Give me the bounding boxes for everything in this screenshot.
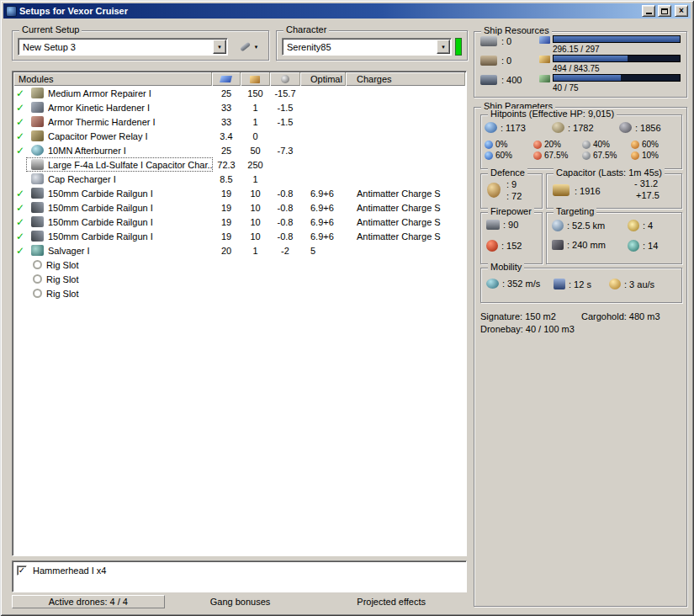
module-row[interactable]: ✓150mm Carbide Railgun I1910-0.86.9+6Ant… — [13, 215, 465, 229]
armor-hp: : 1782 — [552, 122, 594, 133]
character-status-bar — [455, 38, 462, 56]
thermal-damage-icon — [533, 151, 542, 160]
powergrid-resource: 494 / 843.75 — [539, 55, 682, 73]
module-pg: 250 — [241, 160, 270, 170]
modules-header-cpu[interactable] — [212, 72, 241, 86]
module-row[interactable]: Cap Recharger I8.51 — [13, 172, 465, 186]
module-name: Rig Slot — [46, 289, 79, 299]
module-cpu: 33 — [212, 103, 241, 113]
firepower-group: Firepower : 90 : 152 — [480, 212, 543, 264]
close-button[interactable]: × — [675, 5, 688, 17]
character-combo-value: Serenity85 — [283, 42, 437, 52]
module-row[interactable]: ✓Salvager I201-25 — [13, 243, 465, 258]
modules-header-charges[interactable]: Charges — [346, 72, 465, 86]
module-active-check: ✓ — [13, 131, 27, 141]
cpu-bar — [553, 35, 681, 43]
drone-bandwidth-bar-text: 40 / 75 — [553, 83, 579, 93]
align-stat: : 12 s — [554, 279, 591, 289]
module-row[interactable]: ✓150mm Carbide Railgun I1910-0.86.9+6Ant… — [13, 229, 465, 243]
mobility-label: Mobility — [488, 262, 524, 272]
module-row[interactable]: ✓Armor Kinetic Hardener I331-1.5 — [13, 100, 465, 114]
minimize-button[interactable] — [642, 5, 655, 17]
module-name: Armor Kinetic Hardener I — [48, 103, 150, 113]
explosive-damage-icon — [631, 151, 639, 160]
dronebay-text: Dronebay: 40 / 100 m3 — [480, 324, 575, 334]
calibration-icon — [480, 75, 497, 85]
setup-combo-arrow[interactable]: ▼ — [213, 40, 226, 54]
modules-header-name[interactable]: Modules — [13, 72, 212, 86]
module-cpu: 20 — [212, 246, 241, 256]
module-name: Rig Slot — [46, 260, 79, 270]
structure-hp-value: : 1856 — [635, 123, 661, 133]
titlebar[interactable]: Setups for Vexor Cruiser × — [3, 3, 691, 19]
targeting-range-stat: : 52.5 km — [552, 220, 605, 231]
modules-header-powergrid[interactable] — [241, 72, 270, 86]
launcher-hardpoint-icon — [480, 56, 497, 66]
rig-slot-row[interactable]: Rig Slot — [13, 258, 465, 272]
maximize-button[interactable] — [658, 5, 671, 17]
module-active-check: ✓ — [13, 88, 27, 98]
shield-icon — [485, 122, 497, 133]
setup-combo-value: New Setup 3 — [19, 42, 213, 52]
modules-header-optimal[interactable]: Optimal — [300, 72, 346, 86]
rig-slot-row[interactable]: Rig Slot — [13, 286, 465, 300]
module-cpu: 19 — [212, 189, 241, 199]
module-name: Cap Recharger I — [48, 174, 116, 184]
module-cap: -1.5 — [270, 117, 300, 127]
module-row[interactable]: ✓10MN Afterburner I2550-7.3 — [13, 143, 465, 157]
module-active-check: ✓ — [13, 146, 27, 156]
powergrid-bar — [553, 55, 681, 62]
gang-bonuses-tab[interactable]: Gang bonuses — [165, 595, 316, 608]
module-cpu: 19 — [212, 231, 241, 242]
drone-checkbox[interactable]: ✓ — [17, 566, 27, 576]
module-cap: -0.8 — [270, 203, 300, 213]
module-row[interactable]: ✓Medium Armor Repairer I25150-15.7 — [13, 86, 465, 100]
module-row[interactable]: ✓Armor Thermic Hardener I331-1.5 — [13, 114, 465, 129]
shield-hp-value: : 1173 — [501, 123, 526, 133]
bottom-bar: Active drones: 4 / 4 Gang bonuses Projec… — [12, 595, 467, 608]
drone-item[interactable]: ✓ Hammerhead I x4 — [17, 564, 462, 576]
capacitor-group: Capacitor (Lasts: 1m 45s) : 1916 - 31.2 … — [546, 173, 682, 209]
signature-radius-stat: : 240 mm — [552, 240, 606, 250]
rig-slot-row[interactable]: Rig Slot — [13, 272, 465, 286]
calibration: : 400 — [480, 74, 522, 85]
cpu-bar-text: 296.15 / 297 — [553, 45, 600, 54]
module-cap: -15.7 — [270, 88, 300, 98]
powergrid-bar-text: 494 / 843.75 — [553, 64, 600, 73]
capacitor-column-icon — [281, 75, 289, 83]
module-pg: 0 — [241, 131, 270, 141]
module-row[interactable]: ✓Capacitor Power Relay I3.40 — [13, 129, 465, 143]
dps-icon — [486, 240, 498, 252]
modules-header: Modules Optimal Charges — [13, 72, 465, 86]
railgun-icon — [31, 202, 44, 213]
cpu-resource: 296.15 / 297 — [539, 35, 682, 54]
setup-combo[interactable]: New Setup 3 ▼ — [18, 38, 228, 56]
drone-bandwidth-bar — [553, 74, 681, 82]
module-name: 150mm Carbide Railgun I — [48, 231, 153, 242]
module-cap: -0.8 — [270, 217, 300, 227]
defence-value-2: : 72 — [506, 191, 522, 201]
em-shield-resist: 0% — [495, 140, 507, 149]
targeting-range-icon — [552, 220, 564, 231]
module-cap: -0.8 — [270, 189, 300, 199]
module-pg: 50 — [241, 146, 270, 156]
character-combo[interactable]: Serenity85 ▼ — [282, 38, 452, 56]
module-row[interactable]: ✓150mm Carbide Railgun I1910-0.86.9+6Ant… — [13, 186, 465, 200]
module-row[interactable]: ✓150mm Carbide Railgun I1910-0.86.9+6Ant… — [13, 200, 465, 215]
sensor-strength-value: : 14 — [643, 241, 658, 251]
module-name: 150mm Carbide Railgun I — [48, 217, 153, 227]
hitpoints-group: Hitpoints (Effective HP: 9,015) : 1173 :… — [480, 114, 682, 169]
module-pg: 1 — [241, 117, 270, 127]
setup-tools-button[interactable]: ▼ — [233, 39, 265, 55]
projected-effects-tab[interactable]: Projected effects — [315, 595, 467, 608]
kinetic-shield-resist: 40% — [593, 140, 610, 149]
active-drones-tab[interactable]: Active drones: 4 / 4 — [12, 595, 165, 608]
thermal-armor-resist: 67.5% — [544, 151, 568, 160]
modules-header-capacitor[interactable] — [270, 72, 300, 86]
capacitor-recharge: +17.5 — [636, 190, 660, 200]
character-combo-arrow[interactable]: ▼ — [437, 40, 450, 54]
dps-value: : 152 — [501, 241, 522, 251]
module-cap: -1.5 — [270, 103, 300, 113]
module-row-selected[interactable]: Large F-4a Ld-Sulfate I Capacitor Char..… — [13, 157, 465, 172]
capacitor-peak-drain: - 31.2 — [634, 178, 658, 189]
